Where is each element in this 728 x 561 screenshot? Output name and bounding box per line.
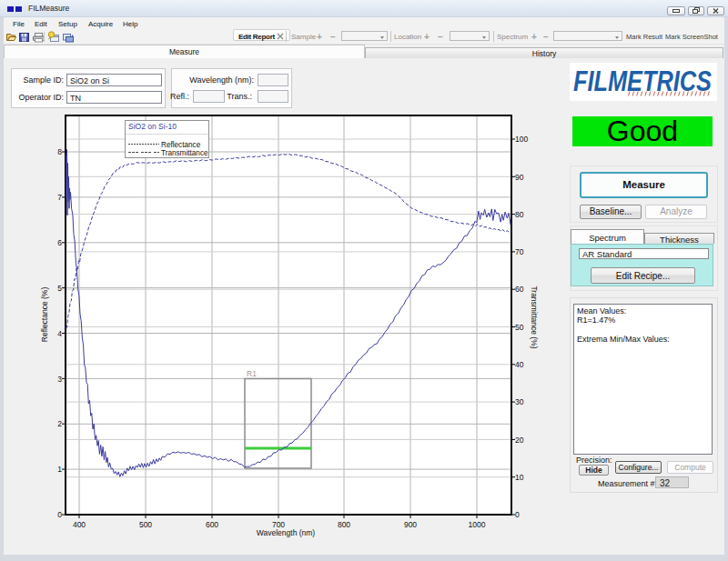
svg-text:FILMETRICS: FILMETRICS bbox=[573, 65, 713, 97]
svg-text:3: 3 bbox=[57, 375, 62, 384]
svg-text:5: 5 bbox=[57, 284, 62, 293]
svg-text:50: 50 bbox=[515, 323, 524, 332]
svg-text:40: 40 bbox=[515, 360, 524, 369]
svg-text:400: 400 bbox=[73, 520, 86, 529]
svg-text:600: 600 bbox=[206, 520, 218, 529]
svg-text:4: 4 bbox=[57, 329, 62, 338]
svg-text:1000: 1000 bbox=[469, 520, 486, 529]
svg-text:100: 100 bbox=[515, 135, 528, 144]
svg-text:Reflectance (%): Reflectance (%) bbox=[40, 287, 49, 343]
svg-text:2: 2 bbox=[57, 419, 62, 428]
svg-text:30: 30 bbox=[515, 397, 524, 406]
svg-text:0: 0 bbox=[57, 510, 62, 519]
svg-text:Wavelength (nm): Wavelength (nm) bbox=[257, 528, 316, 537]
svg-text:10: 10 bbox=[515, 473, 524, 482]
svg-text:500: 500 bbox=[139, 520, 152, 529]
svg-text:8: 8 bbox=[57, 147, 62, 156]
svg-text:70: 70 bbox=[515, 247, 524, 256]
svg-text:80: 80 bbox=[515, 210, 524, 219]
svg-text:Transmittance (%): Transmittance (%) bbox=[530, 286, 539, 348]
svg-text:Reflectance: Reflectance bbox=[161, 141, 201, 149]
svg-text:Transmittance: Transmittance bbox=[161, 149, 208, 157]
svg-text:7: 7 bbox=[57, 193, 62, 202]
svg-text:R1: R1 bbox=[247, 369, 257, 378]
svg-text:20: 20 bbox=[515, 436, 524, 445]
svg-text:800: 800 bbox=[338, 520, 350, 529]
svg-text:90: 90 bbox=[515, 173, 524, 182]
svg-text:SiO2 on Si-10: SiO2 on Si-10 bbox=[128, 122, 177, 131]
svg-text:60: 60 bbox=[515, 285, 524, 294]
svg-text:900: 900 bbox=[404, 520, 417, 529]
svg-text:6: 6 bbox=[57, 238, 62, 247]
svg-text:0: 0 bbox=[515, 510, 520, 519]
svg-text:1: 1 bbox=[57, 465, 62, 474]
